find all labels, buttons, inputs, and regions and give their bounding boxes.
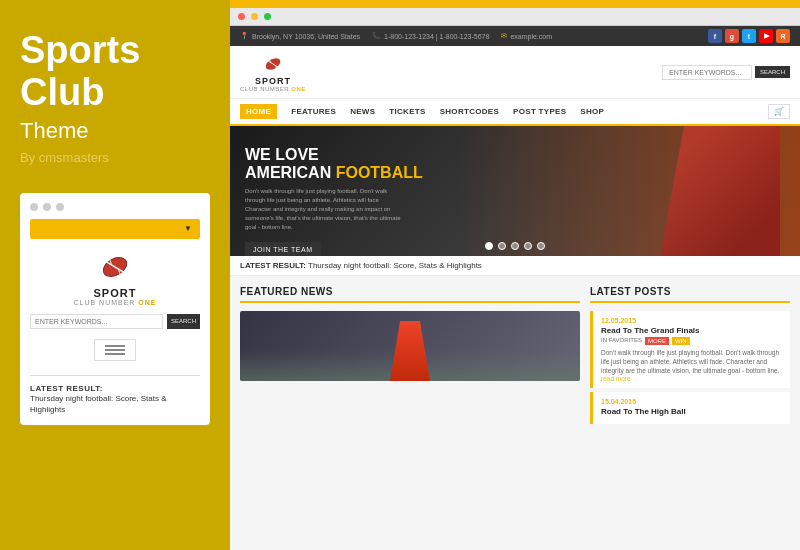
hero-dot-1[interactable] bbox=[485, 242, 493, 250]
social-links: f g t ▶ R bbox=[708, 29, 790, 43]
browser-dot-yellow[interactable] bbox=[251, 13, 258, 20]
post-2-title[interactable]: Road To The High Ball bbox=[601, 407, 782, 416]
preview-search-bar: SEARCH bbox=[30, 314, 200, 329]
hero-line1: WE LOVE bbox=[245, 146, 423, 164]
hero-dot-5[interactable] bbox=[537, 242, 545, 250]
dot-red bbox=[30, 203, 38, 211]
left-subtitle: Theme bbox=[20, 118, 210, 144]
browser-dot-red[interactable] bbox=[238, 13, 245, 20]
post-1-desc: Don't walk through life just playing foo… bbox=[601, 348, 782, 375]
preview-club-text: CLUB NUMBER ONE bbox=[73, 299, 156, 306]
site-hero: WE LOVE AMERICAN FOOTBALL Don't walk thr… bbox=[230, 126, 800, 256]
preview-search-button[interactable]: SEARCH bbox=[167, 314, 200, 329]
email-icon: ✉ bbox=[501, 32, 507, 40]
site-search-input[interactable] bbox=[662, 65, 752, 80]
latest-posts-section: LATEST POSTS 12.05.2015 Read To The Gran… bbox=[590, 286, 790, 540]
site-logo-name: SPORT bbox=[255, 76, 291, 86]
location-icon: 📍 bbox=[240, 32, 249, 40]
site-nav: HOME FEATURES NEWS TICKETS SHORTCODES PO… bbox=[230, 99, 800, 126]
latest-result-label: LATEST RESULT: bbox=[30, 384, 200, 393]
phone-icon: 📞 bbox=[372, 32, 381, 40]
featured-news-image bbox=[240, 311, 580, 381]
site-info-left: 📍 Brooklyn, NY 10036, United States 📞 1-… bbox=[240, 32, 552, 40]
preview-search-input[interactable] bbox=[30, 314, 163, 329]
hero-dot-3[interactable] bbox=[511, 242, 519, 250]
featured-news-title: FEATURED NEWS bbox=[240, 286, 580, 303]
site-search-button[interactable]: SEARCH bbox=[755, 66, 790, 78]
nav-news[interactable]: NEWS bbox=[350, 107, 375, 116]
menu-line-2 bbox=[105, 349, 125, 351]
nav-shop[interactable]: SHOP bbox=[580, 107, 604, 116]
preview-dropdown[interactable] bbox=[30, 219, 200, 239]
preview-latest-result: LATEST RESULT: Thursday night football: … bbox=[30, 375, 200, 415]
menu-line-3 bbox=[105, 353, 125, 355]
dot-green bbox=[56, 203, 64, 211]
top-orange-bar bbox=[230, 0, 800, 8]
site-phone: 📞 1-800-123-1234 | 1-800-123-5678 bbox=[372, 32, 489, 40]
hero-cta-button[interactable]: JOIN THE TEAM bbox=[245, 242, 321, 256]
hero-slider-dots bbox=[485, 242, 545, 250]
site-logo-club: CLUB NUMBER ONE bbox=[240, 86, 306, 92]
title-club: Club bbox=[20, 71, 104, 113]
nav-post-types[interactable]: POST TYPES bbox=[513, 107, 566, 116]
post-1-read-more[interactable]: read more bbox=[601, 375, 782, 382]
twitter-button[interactable]: t bbox=[742, 29, 756, 43]
nav-cart[interactable]: 🛒 bbox=[768, 104, 790, 119]
post-1-tag-win: WIN bbox=[672, 337, 690, 345]
post-1-tag-more: MORE bbox=[645, 337, 669, 345]
left-by: By cmsmasters bbox=[20, 150, 210, 165]
latest-result-text: Thursday night football: Score, Stats & … bbox=[30, 393, 200, 415]
site-logo-ball-icon bbox=[261, 52, 285, 76]
hero-dot-4[interactable] bbox=[524, 242, 532, 250]
site-logo: SPORT CLUB NUMBER ONE bbox=[240, 52, 306, 92]
preview-dots bbox=[30, 203, 64, 211]
site-header: SPORT CLUB NUMBER ONE SEARCH bbox=[230, 46, 800, 99]
football-icon bbox=[97, 249, 133, 285]
dot-yellow bbox=[43, 203, 51, 211]
preview-logo: SPORT CLUB NUMBER ONE bbox=[73, 249, 156, 306]
nav-shortcodes[interactable]: SHORTCODES bbox=[440, 107, 499, 116]
nav-tickets[interactable]: TICKETS bbox=[389, 107, 425, 116]
latest-result-bar: LATEST RESULT: Thursday night football: … bbox=[230, 256, 800, 276]
preview-menu-icon[interactable] bbox=[94, 339, 136, 361]
preview-box: SPORT CLUB NUMBER ONE SEARCH LATEST RESU… bbox=[20, 193, 210, 425]
browser-chrome bbox=[230, 8, 800, 26]
browser-dot-green[interactable] bbox=[264, 13, 271, 20]
post-item-2: 15.04.2015 Road To The High Ball bbox=[590, 392, 790, 424]
site-content: FEATURED NEWS LATEST POSTS 12.05.2015 Re… bbox=[230, 276, 800, 550]
post-1-date: 12.05.2015 bbox=[601, 317, 782, 324]
hero-dot-2[interactable] bbox=[498, 242, 506, 250]
hero-content: WE LOVE AMERICAN FOOTBALL Don't walk thr… bbox=[245, 146, 423, 256]
site-info-bar: 📍 Brooklyn, NY 10036, United States 📞 1-… bbox=[230, 26, 800, 46]
website-preview: 📍 Brooklyn, NY 10036, United States 📞 1-… bbox=[230, 26, 800, 550]
post-1-tags: IN FAVORITES MORE WIN bbox=[601, 337, 782, 345]
latest-bar-label: LATEST RESULT: bbox=[240, 261, 306, 270]
post-2-date: 15.04.2015 bbox=[601, 398, 782, 405]
left-title: Sports Club bbox=[20, 30, 210, 114]
menu-line-1 bbox=[105, 345, 125, 347]
post-1-category: IN FAVORITES bbox=[601, 337, 642, 345]
nav-features[interactable]: FEATURES bbox=[291, 107, 336, 116]
hero-line2: AMERICAN FOOTBALL bbox=[245, 164, 423, 182]
youtube-button[interactable]: ▶ bbox=[759, 29, 773, 43]
facebook-button[interactable]: f bbox=[708, 29, 722, 43]
title-sports: Sports bbox=[20, 29, 140, 71]
latest-posts-title: LATEST POSTS bbox=[590, 286, 790, 303]
post-1-title[interactable]: Read To The Grand Finals bbox=[601, 326, 782, 335]
hero-description: Don't walk through life just playing foo… bbox=[245, 187, 405, 232]
site-email: ✉ example.com bbox=[501, 32, 552, 40]
google-plus-button[interactable]: g bbox=[725, 29, 739, 43]
latest-bar-text: Thursday night football: Score, Stats & … bbox=[308, 261, 482, 270]
right-panel: 📍 Brooklyn, NY 10036, United States 📞 1-… bbox=[230, 0, 800, 550]
rss-button[interactable]: R bbox=[776, 29, 790, 43]
preview-sport-name: SPORT bbox=[94, 287, 137, 299]
site-search-bar: SEARCH bbox=[662, 65, 790, 80]
left-panel: Sports Club Theme By cmsmasters SPORT CL… bbox=[0, 0, 230, 550]
post-item-1: 12.05.2015 Read To The Grand Finals IN F… bbox=[590, 311, 790, 388]
nav-home[interactable]: HOME bbox=[240, 104, 277, 119]
site-address: 📍 Brooklyn, NY 10036, United States bbox=[240, 32, 360, 40]
featured-news-section: FEATURED NEWS bbox=[240, 286, 580, 540]
